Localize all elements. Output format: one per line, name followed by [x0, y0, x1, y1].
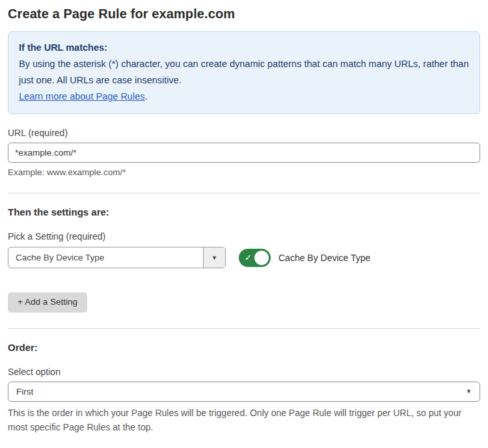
- toggle-label: Cache By Device Type: [278, 253, 370, 263]
- divider: [8, 328, 480, 329]
- url-example-helper: Example: www.example.com/*: [8, 167, 480, 177]
- pick-setting-label: Pick a Setting (required): [8, 231, 480, 242]
- order-section-heading: Order:: [8, 342, 480, 353]
- order-select-label: Select option: [8, 367, 480, 377]
- dropdown-caret-icon[interactable]: ▼: [203, 247, 225, 268]
- toggle-knob: [254, 251, 269, 265]
- order-helper-text: This is the order in which your Page Rul…: [8, 406, 475, 434]
- order-select[interactable]: First ▼: [8, 382, 480, 402]
- info-box-heading: If the URL matches:: [19, 40, 469, 56]
- url-field-label: URL (required): [8, 128, 480, 138]
- toggle-check-icon: ✓: [245, 253, 252, 262]
- page-title: Create a Page Rule for example.com: [8, 7, 480, 21]
- info-box-link-line: Learn more about Page Rules.: [19, 89, 469, 105]
- url-input[interactable]: [8, 143, 480, 163]
- order-select-value: First: [16, 387, 466, 397]
- url-match-info-box: If the URL matches: By using the asteris…: [8, 31, 480, 114]
- setting-dropdown[interactable]: Cache By Device Type ▼: [8, 247, 226, 268]
- settings-section-heading: Then the settings are:: [8, 206, 480, 217]
- setting-toggle[interactable]: ✓: [239, 249, 271, 267]
- add-setting-button[interactable]: + Add a Setting: [8, 292, 87, 313]
- setting-row: Cache By Device Type ▼ ✓ Cache By Device…: [8, 247, 480, 268]
- divider: [8, 193, 480, 193]
- info-box-body: By using the asterisk (*) character, you…: [19, 56, 469, 89]
- select-caret-icon: ▼: [466, 388, 472, 395]
- setting-dropdown-value: Cache By Device Type: [8, 247, 203, 268]
- link-suffix: .: [144, 91, 147, 102]
- learn-more-link[interactable]: Learn more about Page Rules: [19, 91, 144, 102]
